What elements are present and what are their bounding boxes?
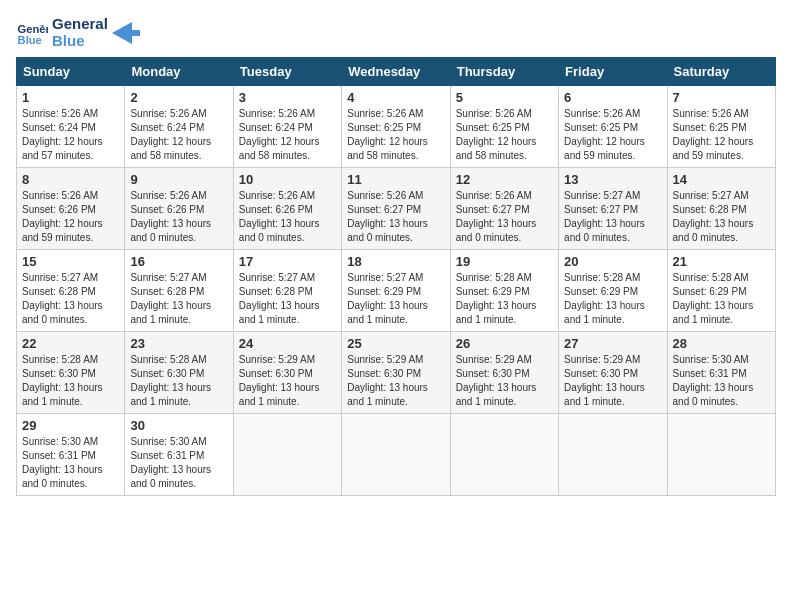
empty-cell [450,414,558,496]
calendar-day-cell: 22Sunrise: 5:28 AMSunset: 6:30 PMDayligh… [17,332,125,414]
calendar-week-row: 29Sunrise: 5:30 AMSunset: 6:31 PMDayligh… [17,414,776,496]
calendar-day-cell: 30Sunrise: 5:30 AMSunset: 6:31 PMDayligh… [125,414,233,496]
calendar-week-row: 8Sunrise: 5:26 AMSunset: 6:26 PMDaylight… [17,168,776,250]
logo-icon: General Blue [16,17,48,49]
day-info: Sunrise: 5:26 AMSunset: 6:24 PMDaylight:… [239,107,336,163]
day-number: 18 [347,254,444,269]
calendar-day-cell: 14Sunrise: 5:27 AMSunset: 6:28 PMDayligh… [667,168,775,250]
logo-blue: Blue [52,33,108,50]
calendar-day-cell: 5Sunrise: 5:26 AMSunset: 6:25 PMDaylight… [450,86,558,168]
day-info: Sunrise: 5:27 AMSunset: 6:28 PMDaylight:… [673,189,770,245]
calendar-week-row: 15Sunrise: 5:27 AMSunset: 6:28 PMDayligh… [17,250,776,332]
day-number: 6 [564,90,661,105]
day-number: 25 [347,336,444,351]
day-info: Sunrise: 5:26 AMSunset: 6:27 PMDaylight:… [456,189,553,245]
day-number: 5 [456,90,553,105]
day-number: 27 [564,336,661,351]
calendar-day-cell: 4Sunrise: 5:26 AMSunset: 6:25 PMDaylight… [342,86,450,168]
calendar-day-cell: 21Sunrise: 5:28 AMSunset: 6:29 PMDayligh… [667,250,775,332]
day-info: Sunrise: 5:26 AMSunset: 6:26 PMDaylight:… [130,189,227,245]
weekday-header-tuesday: Tuesday [233,58,341,86]
calendar-week-row: 22Sunrise: 5:28 AMSunset: 6:30 PMDayligh… [17,332,776,414]
day-number: 29 [22,418,119,433]
day-number: 3 [239,90,336,105]
calendar-day-cell: 7Sunrise: 5:26 AMSunset: 6:25 PMDaylight… [667,86,775,168]
empty-cell [559,414,667,496]
day-info: Sunrise: 5:26 AMSunset: 6:27 PMDaylight:… [347,189,444,245]
day-info: Sunrise: 5:27 AMSunset: 6:28 PMDaylight:… [239,271,336,327]
calendar-day-cell: 16Sunrise: 5:27 AMSunset: 6:28 PMDayligh… [125,250,233,332]
day-number: 4 [347,90,444,105]
day-info: Sunrise: 5:26 AMSunset: 6:24 PMDaylight:… [22,107,119,163]
day-info: Sunrise: 5:26 AMSunset: 6:25 PMDaylight:… [347,107,444,163]
day-info: Sunrise: 5:26 AMSunset: 6:26 PMDaylight:… [239,189,336,245]
day-number: 30 [130,418,227,433]
calendar-table: SundayMondayTuesdayWednesdayThursdayFrid… [16,57,776,496]
weekday-header-friday: Friday [559,58,667,86]
day-number: 15 [22,254,119,269]
calendar-day-cell: 24Sunrise: 5:29 AMSunset: 6:30 PMDayligh… [233,332,341,414]
day-info: Sunrise: 5:28 AMSunset: 6:29 PMDaylight:… [456,271,553,327]
day-info: Sunrise: 5:26 AMSunset: 6:26 PMDaylight:… [22,189,119,245]
calendar-day-cell: 13Sunrise: 5:27 AMSunset: 6:27 PMDayligh… [559,168,667,250]
calendar-day-cell: 6Sunrise: 5:26 AMSunset: 6:25 PMDaylight… [559,86,667,168]
day-info: Sunrise: 5:28 AMSunset: 6:30 PMDaylight:… [130,353,227,409]
calendar-day-cell: 20Sunrise: 5:28 AMSunset: 6:29 PMDayligh… [559,250,667,332]
day-number: 21 [673,254,770,269]
calendar-day-cell: 15Sunrise: 5:27 AMSunset: 6:28 PMDayligh… [17,250,125,332]
svg-text:General: General [18,23,48,35]
calendar-day-cell: 3Sunrise: 5:26 AMSunset: 6:24 PMDaylight… [233,86,341,168]
day-number: 24 [239,336,336,351]
day-info: Sunrise: 5:27 AMSunset: 6:28 PMDaylight:… [22,271,119,327]
day-number: 8 [22,172,119,187]
weekday-header-sunday: Sunday [17,58,125,86]
day-number: 10 [239,172,336,187]
weekday-header-thursday: Thursday [450,58,558,86]
empty-cell [667,414,775,496]
calendar-day-cell: 1Sunrise: 5:26 AMSunset: 6:24 PMDaylight… [17,86,125,168]
day-number: 12 [456,172,553,187]
day-info: Sunrise: 5:27 AMSunset: 6:29 PMDaylight:… [347,271,444,327]
day-info: Sunrise: 5:28 AMSunset: 6:29 PMDaylight:… [673,271,770,327]
calendar-day-cell: 11Sunrise: 5:26 AMSunset: 6:27 PMDayligh… [342,168,450,250]
empty-cell [233,414,341,496]
calendar-day-cell: 26Sunrise: 5:29 AMSunset: 6:30 PMDayligh… [450,332,558,414]
day-number: 19 [456,254,553,269]
day-info: Sunrise: 5:26 AMSunset: 6:25 PMDaylight:… [564,107,661,163]
day-number: 23 [130,336,227,351]
calendar-day-cell: 29Sunrise: 5:30 AMSunset: 6:31 PMDayligh… [17,414,125,496]
calendar-week-row: 1Sunrise: 5:26 AMSunset: 6:24 PMDaylight… [17,86,776,168]
day-number: 7 [673,90,770,105]
calendar-day-cell: 9Sunrise: 5:26 AMSunset: 6:26 PMDaylight… [125,168,233,250]
header: General Blue General Blue [16,16,776,49]
weekday-header-monday: Monday [125,58,233,86]
svg-marker-3 [112,22,140,44]
calendar-day-cell: 28Sunrise: 5:30 AMSunset: 6:31 PMDayligh… [667,332,775,414]
day-info: Sunrise: 5:28 AMSunset: 6:30 PMDaylight:… [22,353,119,409]
weekday-header-saturday: Saturday [667,58,775,86]
day-info: Sunrise: 5:27 AMSunset: 6:27 PMDaylight:… [564,189,661,245]
day-number: 17 [239,254,336,269]
day-number: 11 [347,172,444,187]
calendar-day-cell: 23Sunrise: 5:28 AMSunset: 6:30 PMDayligh… [125,332,233,414]
calendar-day-cell: 2Sunrise: 5:26 AMSunset: 6:24 PMDaylight… [125,86,233,168]
day-info: Sunrise: 5:26 AMSunset: 6:25 PMDaylight:… [456,107,553,163]
day-info: Sunrise: 5:28 AMSunset: 6:29 PMDaylight:… [564,271,661,327]
day-number: 14 [673,172,770,187]
day-info: Sunrise: 5:29 AMSunset: 6:30 PMDaylight:… [564,353,661,409]
day-info: Sunrise: 5:30 AMSunset: 6:31 PMDaylight:… [22,435,119,491]
day-number: 9 [130,172,227,187]
day-info: Sunrise: 5:29 AMSunset: 6:30 PMDaylight:… [347,353,444,409]
calendar-header-row: SundayMondayTuesdayWednesdayThursdayFrid… [17,58,776,86]
logo-general: General [52,16,108,33]
day-number: 16 [130,254,227,269]
empty-cell [342,414,450,496]
calendar-day-cell: 17Sunrise: 5:27 AMSunset: 6:28 PMDayligh… [233,250,341,332]
day-number: 2 [130,90,227,105]
svg-text:Blue: Blue [18,34,42,46]
day-info: Sunrise: 5:27 AMSunset: 6:28 PMDaylight:… [130,271,227,327]
calendar-day-cell: 19Sunrise: 5:28 AMSunset: 6:29 PMDayligh… [450,250,558,332]
day-number: 20 [564,254,661,269]
day-info: Sunrise: 5:30 AMSunset: 6:31 PMDaylight:… [130,435,227,491]
calendar-day-cell: 8Sunrise: 5:26 AMSunset: 6:26 PMDaylight… [17,168,125,250]
